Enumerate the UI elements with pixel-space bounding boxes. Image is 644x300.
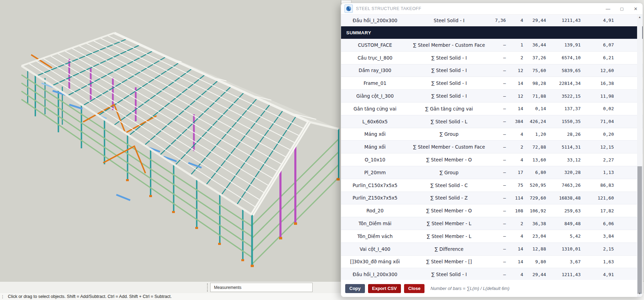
cell-per-length: – <box>492 68 506 73</box>
export-csv-button[interactable]: Export CSV <box>368 284 401 293</box>
status-text: Click or drag to select objects. Shift =… <box>8 294 172 299</box>
takeoff-table: Đầu hồi_I_200x300 Steel Solid - I 7,36 4… <box>341 15 643 281</box>
table-row[interactable]: O_10x10 ∑ Steel Member - O – 4 13,60 33,… <box>341 153 643 166</box>
cell-name: CUSTOM_FACE <box>341 42 406 48</box>
cell-count: 14 <box>506 81 523 86</box>
cell-type: ∑ Group <box>406 131 492 137</box>
table-row[interactable]: Rod_20 ∑ Steel Member - O – 108 106,92 2… <box>341 204 643 217</box>
table-row[interactable]: L_60x60x5 ∑ Steel Solid - L – 384 426,24… <box>341 115 643 128</box>
cell-bars: 6,06 <box>581 221 614 226</box>
scroll-down-icon[interactable]: ▼ <box>637 291 642 296</box>
table-row[interactable]: Dầm ray_I300 ∑ Steel Solid - I – 12 75,6… <box>341 64 643 77</box>
cell-name: Vai cột_I_400 <box>341 246 406 252</box>
cell-type: ∑ Steel Solid - I <box>406 55 492 61</box>
cell-mass: 28,26 <box>546 132 581 137</box>
cell-per-length: – <box>492 55 506 60</box>
cell-length: 29,44 <box>523 18 546 23</box>
maximize-icon[interactable]: ▢ <box>615 3 629 14</box>
cell-length: 426,24 <box>523 119 546 124</box>
cell-length: 36,38 <box>523 221 546 226</box>
table-row[interactable]: Giằng cột_I_300 ∑ Steel Solid - I – 12 7… <box>341 90 643 103</box>
table-row[interactable]: Cầu trục_I_800 ∑ Steel Solid - I – 2 37,… <box>341 52 643 64</box>
close-icon[interactable]: ✕ <box>629 3 643 14</box>
cell-length: 106,92 <box>523 208 546 213</box>
cell-mass: 1310,01 <box>546 246 581 252</box>
table-row[interactable]: Tôn_Diềm mái ∑ Steel Member - L – 2 36,3… <box>341 217 643 230</box>
cell-per-length: 7,36 <box>492 18 506 23</box>
cell-count: 14 <box>506 259 523 264</box>
cell-bars: 4,91 <box>581 272 614 277</box>
cell-mass: 16838,48 <box>546 195 581 201</box>
cell-mass: 5114,31 <box>546 144 581 150</box>
cell-bars: 121,60 <box>581 195 614 201</box>
cell-name: Cầu trục_I_800 <box>341 55 406 61</box>
measurements-drag-handle <box>207 283 209 292</box>
cell-length: 1,20 <box>523 132 546 137</box>
table-row[interactable]: Gân tăng cứng vai ∑ Gân tăng cứng vai – … <box>341 103 643 115</box>
cell-type: ∑ Steel Member - L <box>406 221 492 226</box>
cell-length: 0,14 <box>523 106 546 111</box>
cell-mass: 849,48 <box>546 221 581 226</box>
table-row[interactable]: Đầu hồi_I_200x300 ∑ Steel Solid - I – 4 … <box>341 268 643 281</box>
vertical-scrollbar[interactable]: ▲ ▼ <box>637 15 642 297</box>
dialog-titlebar[interactable]: STEEL STRUCTURE TAKEOFF — ▢ ✕ <box>341 3 643 15</box>
table-row[interactable]: Tôn_Diềm vách ∑ Steel Member - L – 4 23,… <box>341 230 643 243</box>
cell-count: 4 <box>506 157 523 162</box>
minimize-icon[interactable]: — <box>601 3 615 14</box>
cell-count: 1 <box>506 42 523 47</box>
cell-bars: 86,83 <box>581 183 614 188</box>
cell-name: Giằng cột_I_300 <box>341 93 406 99</box>
close-button[interactable]: Close <box>404 284 424 293</box>
table-row[interactable]: Purlin_Z150x7x5x5 ∑ Steel Solid - Z – 11… <box>341 192 643 205</box>
scroll-up-icon[interactable]: ▲ <box>637 15 642 20</box>
cell-type: ∑ Group <box>406 170 492 175</box>
summary-header: SUMMARY <box>341 26 643 39</box>
cell-count: 17 <box>506 170 523 175</box>
cell-mass: 320,28 <box>546 170 581 175</box>
cell-bars: 71,04 <box>581 119 614 124</box>
cell-length: 29,44 <box>523 272 546 277</box>
table-row[interactable]: Vai cột_I_400 ∑ Difference – 14 12,88 13… <box>341 243 643 256</box>
cell-per-length: – <box>492 170 506 175</box>
measurements-box[interactable]: Measurements <box>210 283 313 292</box>
table-row[interactable]: Máng xối ∑ Group – 4 1,20 28,26 0,20 <box>341 128 643 141</box>
cell-bars: 16,38 <box>581 81 614 86</box>
cell-per-length: – <box>492 81 506 86</box>
cell-name: Tôn_Diềm vách <box>341 233 406 239</box>
bars-formula-note: Number of bars = ∑L(m) / L(default 6m) <box>430 286 509 291</box>
3d-viewport[interactable] <box>0 0 341 281</box>
cell-length: 9,80 <box>523 259 546 264</box>
cell-bars: 17,82 <box>581 208 614 213</box>
cell-bars: 1,63 <box>581 259 614 264</box>
cell-length: 729,60 <box>523 195 546 201</box>
cell-type: ∑ Gân tăng cứng vai <box>406 106 492 112</box>
cell-count: 384 <box>506 119 523 124</box>
cell-per-length: – <box>492 144 506 150</box>
cell-length: 520,95 <box>523 183 546 188</box>
copy-button[interactable]: Copy <box>345 284 365 293</box>
table-row[interactable]: Pl_20mm ∑ Group – 17 6,80 320,28 1,13 <box>341 166 643 179</box>
table-row[interactable]: Purlin_C150x7x5x5 ∑ Steel Solid - C – 75… <box>341 179 643 192</box>
table-row[interactable]: []30x30_đỡ máng xối ∑ Steel Member - [] … <box>341 256 643 268</box>
cell-count: 108 <box>506 208 523 213</box>
table-row[interactable]: Máng xối ∑ Steel Member - Custom Face – … <box>341 141 643 153</box>
cell-mass: 1211,43 <box>546 18 581 23</box>
cell-type: ∑ Steel Solid - I <box>406 272 492 277</box>
cell-per-length: – <box>492 183 506 188</box>
cell-per-length: – <box>492 195 506 201</box>
cell-type: ∑ Steel Member - O <box>406 208 492 213</box>
cell-count: 2 <box>506 144 523 150</box>
table-row[interactable]: CUSTOM_FACE ∑ Steel Member - Custom Face… <box>341 39 643 52</box>
cell-name: Tôn_Diềm mái <box>341 221 406 226</box>
cell-count: 2 <box>506 221 523 226</box>
cell-length: 71,88 <box>523 94 546 99</box>
cell-count: 75 <box>506 183 523 188</box>
cell-count: 12 <box>506 94 523 99</box>
table-row[interactable]: Frame_01 ∑ Steel Solid - I – 14 98,28 22… <box>341 77 643 90</box>
scrollbar-thumb[interactable] <box>637 166 642 294</box>
cell-name: Đầu hồi_I_200x300 <box>341 18 406 23</box>
cell-mass: 1550,35 <box>546 119 581 124</box>
table-row[interactable]: Đầu hồi_I_200x300 Steel Solid - I 7,36 4… <box>341 15 643 26</box>
cell-count: 14 <box>506 246 523 252</box>
cell-per-length: – <box>492 272 506 277</box>
